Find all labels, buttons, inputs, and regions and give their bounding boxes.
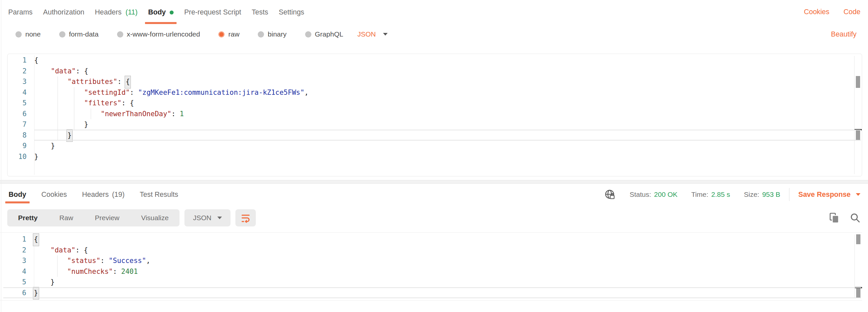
tab-headers[interactable]: Headers(19) xyxy=(79,186,128,203)
radio-icon[interactable] xyxy=(117,31,123,37)
code-token[interactable]: 2401 xyxy=(121,267,138,276)
code-token[interactable] xyxy=(34,278,51,286)
wrap-text-button[interactable] xyxy=(236,209,256,226)
code-line[interactable]: 9 } xyxy=(7,141,862,151)
code-line[interactable]: 8 } xyxy=(7,130,862,141)
radio-icon[interactable] xyxy=(59,31,65,37)
code-token[interactable]: "attributes" xyxy=(67,78,117,86)
tab-body[interactable]: Body xyxy=(5,186,30,203)
view-preview[interactable]: Preview xyxy=(84,214,130,222)
radio-icon[interactable] xyxy=(16,31,22,37)
code-line[interactable]: 4 "settingId": "zgMKeeFe1:communication:… xyxy=(7,87,862,98)
body-mode-raw[interactable]: raw xyxy=(218,30,239,38)
code-token[interactable]: "status" xyxy=(67,257,100,264)
code-token[interactable]: : xyxy=(122,99,130,107)
code-line[interactable]: 7 } xyxy=(7,119,862,130)
copy-button[interactable] xyxy=(829,212,839,224)
radio-icon[interactable] xyxy=(305,31,311,37)
matched-bracket[interactable]: } xyxy=(66,129,73,142)
code-token[interactable]: "settingId" xyxy=(84,88,130,96)
tab-params[interactable]: Params xyxy=(3,0,38,24)
code-link[interactable]: Code xyxy=(844,8,861,16)
code-line[interactable]: 2 "data": { xyxy=(7,245,862,256)
matched-bracket[interactable]: { xyxy=(33,233,39,246)
code-line[interactable]: 1{ xyxy=(7,55,862,66)
code-line[interactable]: 1{ xyxy=(7,234,862,245)
code-line[interactable]: 5 "filters": { xyxy=(7,98,862,109)
tab-headers[interactable]: Headers(11) xyxy=(90,0,143,24)
tab-test-results[interactable]: Test Results xyxy=(136,186,182,203)
code-token[interactable] xyxy=(34,131,67,139)
save-response-button[interactable]: Save Response xyxy=(798,191,861,199)
body-mode-x-www-form-urlencoded[interactable]: x-www-form-urlencoded xyxy=(117,30,200,38)
view-raw[interactable]: Raw xyxy=(49,214,84,222)
cookies-link[interactable]: Cookies xyxy=(804,8,830,16)
code-line[interactable]: 6 "newerThanOneDay": 1 xyxy=(7,109,862,119)
body-mode-binary[interactable]: binary xyxy=(258,30,286,38)
code-token[interactable] xyxy=(34,142,51,150)
radio-selected-icon[interactable] xyxy=(218,31,224,37)
code-line[interactable]: 2 "data": { xyxy=(7,66,862,77)
code-token[interactable]: { xyxy=(84,67,88,75)
code-token[interactable]: { xyxy=(84,246,88,254)
code-token[interactable] xyxy=(34,67,51,75)
body-mode-form-data[interactable]: form-data xyxy=(59,30,99,38)
matched-bracket[interactable]: } xyxy=(33,287,39,300)
code-line[interactable]: 6} xyxy=(7,288,862,299)
code-token[interactable]: "zgMKeeFe1:communication:jira-kZ1ce5FWs" xyxy=(138,88,305,96)
network-globe-lock-icon[interactable] xyxy=(604,189,616,200)
code-token[interactable]: "numChecks" xyxy=(67,267,113,276)
code-token[interactable] xyxy=(34,78,67,86)
request-language-select[interactable]: JSON xyxy=(358,30,388,38)
code-token[interactable]: 1 xyxy=(180,110,184,118)
response-body-editor[interactable]: 1{2 "data": {3 "status": "Success",4 "nu… xyxy=(0,232,862,301)
tab-cookies[interactable]: Cookies xyxy=(38,186,70,203)
code-token[interactable]: { xyxy=(34,56,38,64)
search-button[interactable] xyxy=(850,212,861,223)
code-token[interactable] xyxy=(34,257,67,264)
code-token[interactable]: } xyxy=(51,278,55,286)
code-token[interactable]: : xyxy=(100,257,108,264)
tab-pre-request-script[interactable]: Pre-request Script xyxy=(179,0,246,24)
code-line[interactable]: 3 "status": "Success", xyxy=(7,255,862,266)
code-token[interactable]: "newerThanOneDay" xyxy=(101,110,171,118)
code-token[interactable]: , xyxy=(305,88,309,96)
code-token[interactable]: } xyxy=(84,120,88,129)
code-token[interactable]: } xyxy=(34,153,38,161)
view-pretty[interactable]: Pretty xyxy=(7,214,49,222)
code-token[interactable]: } xyxy=(51,142,55,150)
code-token[interactable]: "data" xyxy=(51,246,75,254)
radio-icon[interactable] xyxy=(258,31,264,37)
code-line[interactable]: 10} xyxy=(7,151,862,162)
line-number: 1 xyxy=(7,234,34,245)
tab-settings[interactable]: Settings xyxy=(274,0,310,24)
code-token[interactable]: : xyxy=(75,246,84,254)
tab-tests[interactable]: Tests xyxy=(247,0,274,24)
code-token[interactable]: : xyxy=(113,267,121,276)
code-token[interactable] xyxy=(34,267,67,276)
request-body-editor[interactable]: 1{2 "data": {3 "attributes": {4 "setting… xyxy=(7,54,862,176)
view-visualize[interactable]: Visualize xyxy=(130,214,180,222)
code-token[interactable]: "data" xyxy=(51,67,76,75)
matched-bracket[interactable]: { xyxy=(125,76,131,88)
code-line[interactable]: 4 "numChecks": 2401 xyxy=(7,266,862,277)
code-token[interactable]: "filters" xyxy=(84,99,122,107)
code-token[interactable] xyxy=(34,99,84,107)
code-token[interactable] xyxy=(34,246,51,254)
response-language-select[interactable]: JSON xyxy=(184,209,230,226)
code-token[interactable]: { xyxy=(130,99,134,107)
code-token[interactable] xyxy=(34,120,84,129)
tab-body[interactable]: Body xyxy=(143,0,179,24)
code-line[interactable]: 5 } xyxy=(7,277,862,288)
code-token[interactable]: : xyxy=(75,67,84,75)
body-mode-graphql[interactable]: GraphQL xyxy=(305,30,343,38)
code-token[interactable]: "Success" xyxy=(109,257,146,264)
code-token[interactable]: : xyxy=(130,88,138,96)
code-token[interactable] xyxy=(34,88,84,96)
code-token[interactable]: : xyxy=(171,110,180,118)
code-line[interactable]: 3 "attributes": { xyxy=(7,76,862,87)
beautify-link[interactable]: Beautify xyxy=(831,30,857,38)
tab-authorization[interactable]: Authorization xyxy=(38,0,90,24)
body-mode-none[interactable]: none xyxy=(16,30,41,38)
code-token[interactable]: , xyxy=(146,257,150,264)
